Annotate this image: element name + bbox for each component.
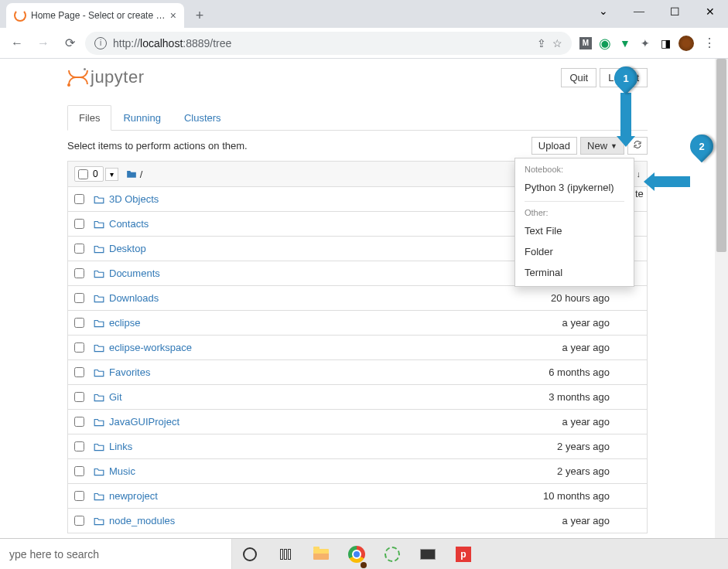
folder-icon <box>94 368 104 377</box>
tab-strip: Home Page - Select or create a n × + <box>0 0 728 28</box>
row-name[interactable]: eclipse <box>109 317 140 329</box>
extension-m-icon[interactable]: M <box>579 37 592 49</box>
row-modified: 20 hours ago <box>551 292 641 304</box>
row-checkbox[interactable] <box>74 244 84 254</box>
folder-icon <box>94 417 104 427</box>
file-row: eclipsea year ago <box>67 311 648 336</box>
row-checkbox[interactable] <box>74 194 84 204</box>
folder-icon <box>94 195 104 204</box>
select-all-checkbox[interactable] <box>78 169 88 179</box>
row-modified: a year ago <box>562 416 641 428</box>
jupyter-task-icon[interactable] <box>374 539 410 570</box>
dropdown-python3[interactable]: Python 3 (ipykernel) <box>515 177 634 198</box>
back-button[interactable]: ← <box>6 32 28 54</box>
row-name[interactable]: Downloads <box>109 292 159 304</box>
reload-button[interactable]: ⟳ <box>59 32 80 54</box>
task-view-icon[interactable] <box>268 539 303 570</box>
folder-icon <box>94 319 104 328</box>
dropdown-textfile[interactable]: Text File <box>515 220 634 241</box>
scrollbar-thumb[interactable] <box>716 59 726 252</box>
terminal-task-icon[interactable] <box>410 539 446 570</box>
dropdown-other-header: Other: <box>515 205 634 220</box>
row-name[interactable]: newproject <box>109 490 158 502</box>
row-checkbox[interactable] <box>74 318 84 328</box>
row-checkbox[interactable] <box>74 219 84 229</box>
hint-text: Select items to perform actions on them. <box>67 140 248 152</box>
file-row: newproject10 months ago <box>67 484 648 509</box>
extension-grammarly-icon[interactable]: ◉ <box>598 36 612 50</box>
select-count: 0 <box>91 169 100 179</box>
minimize-button[interactable]: — <box>621 0 657 23</box>
row-checkbox[interactable] <box>74 342 84 353</box>
row-name[interactable]: Documents <box>109 267 160 279</box>
row-checkbox[interactable] <box>74 293 84 303</box>
row-modified: a year ago <box>562 342 641 353</box>
url-text: http://localhost:8889/tree <box>113 37 531 49</box>
row-name[interactable]: Git <box>109 391 122 403</box>
forward-button[interactable]: → <box>32 32 54 54</box>
upload-button[interactable]: Upload <box>531 137 577 155</box>
row-name[interactable]: node_modules <box>109 515 175 526</box>
row-modified: 2 years ago <box>557 441 641 452</box>
quit-button[interactable]: Quit <box>561 68 596 87</box>
row-checkbox[interactable] <box>74 516 84 526</box>
side-panel-icon[interactable]: ◨ <box>658 36 672 50</box>
row-name[interactable]: Contacts <box>109 218 149 230</box>
row-checkbox[interactable] <box>74 441 84 451</box>
select-all-group[interactable]: 0 <box>74 166 104 182</box>
row-name[interactable]: Favorites <box>109 366 150 378</box>
extension-shield-icon[interactable]: ▼ <box>618 36 632 50</box>
breadcrumb-root: / <box>140 169 143 180</box>
row-name[interactable]: Desktop <box>109 243 146 254</box>
browser-tab[interactable]: Home Page - Select or create a n × <box>6 3 184 28</box>
file-row: eclipse-workspacea year ago <box>67 336 648 360</box>
row-name[interactable]: eclipse-workspace <box>109 342 192 353</box>
browser-menu-button[interactable]: ⋮ <box>700 36 719 50</box>
jupyter-logo[interactable]: jupyter <box>67 67 145 87</box>
row-name[interactable]: 3D Objects <box>109 193 159 205</box>
folder-icon <box>94 244 104 254</box>
dropdown-terminal[interactable]: Terminal <box>515 262 634 283</box>
folder-icon <box>94 492 104 501</box>
file-row: Favorites6 months ago <box>67 360 648 385</box>
dropdown-divider <box>525 201 624 202</box>
row-name[interactable]: JavaGUIProject <box>109 416 179 428</box>
maximize-button[interactable]: ☐ <box>657 0 692 23</box>
tab-running[interactable]: Running <box>111 105 172 131</box>
address-bar[interactable]: i http://localhost:8889/tree ⇪ ☆ <box>85 32 572 55</box>
taskbar-search[interactable]: ype here to search <box>0 539 232 570</box>
file-row: JavaGUIProjecta year ago <box>67 410 648 434</box>
dropdown-folder[interactable]: Folder <box>515 241 634 262</box>
file-explorer-icon[interactable] <box>303 539 339 570</box>
extensions-button[interactable]: ✦ <box>638 36 652 50</box>
row-checkbox[interactable] <box>74 466 84 476</box>
row-checkbox[interactable] <box>74 417 84 427</box>
select-dropdown-caret[interactable]: ▾ <box>105 168 118 181</box>
row-checkbox[interactable] <box>74 491 84 501</box>
row-modified: 10 months ago <box>543 490 641 502</box>
share-icon[interactable]: ⇪ <box>537 37 546 49</box>
row-name[interactable]: Music <box>109 465 135 477</box>
file-row: node_modulesa year ago <box>67 509 648 533</box>
row-checkbox[interactable] <box>74 268 84 278</box>
profile-avatar[interactable] <box>678 36 694 51</box>
breadcrumb[interactable]: / <box>126 169 143 180</box>
tab-close-icon[interactable]: × <box>170 9 176 22</box>
new-tab-button[interactable]: + <box>189 5 210 26</box>
p-app-icon[interactable]: p <box>446 539 481 570</box>
cortana-icon[interactable] <box>232 539 268 570</box>
new-dropdown-menu: Notebook: Python 3 (ipykernel) Other: Te… <box>514 158 634 287</box>
site-info-icon[interactable]: i <box>94 37 107 49</box>
chrome-icon[interactable] <box>339 539 374 570</box>
file-row: Git3 months ago <box>67 385 648 410</box>
close-window-button[interactable]: ✕ <box>692 0 728 23</box>
scrollbar[interactable] <box>715 59 728 538</box>
file-row: Downloads20 hours ago <box>67 286 648 311</box>
row-checkbox[interactable] <box>74 367 84 377</box>
tab-clusters[interactable]: Clusters <box>173 105 233 131</box>
row-name[interactable]: Links <box>109 441 132 452</box>
tab-files[interactable]: Files <box>67 105 111 131</box>
tabs-dropdown-icon[interactable]: ⌄ <box>599 5 608 17</box>
bookmark-icon[interactable]: ☆ <box>552 37 562 49</box>
row-checkbox[interactable] <box>74 392 84 402</box>
